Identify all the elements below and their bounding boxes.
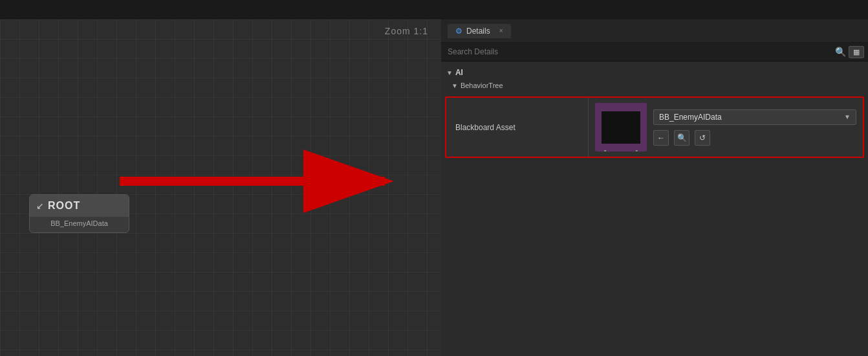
bb-thumbnail-screen	[602, 111, 640, 144]
blackboard-asset-row: Blackboard Asset	[445, 96, 864, 158]
asset-back-button[interactable]: ←	[653, 130, 669, 146]
section-label-ai: AI	[455, 68, 463, 77]
canvas-area[interactable]: Zoom 1:1 ↙ ROOT BB_EnemyAIData	[0, 19, 441, 356]
search-icon[interactable]: 🔍	[835, 47, 846, 57]
blackboard-asset-label-col: Blackboard Asset	[446, 98, 589, 157]
asset-dropdown-value: BB_EnemyAIData	[659, 113, 722, 122]
root-node[interactable]: ↙ ROOT BB_EnemyAIData	[29, 194, 129, 233]
root-node-subtitle: BB_EnemyAIData	[30, 217, 129, 232]
details-panel: ⚙ Details × 🔍 ▦ ▼ AI ▼ BehaviorTree	[441, 19, 868, 356]
root-node-title: ROOT	[48, 200, 80, 212]
asset-refresh-button[interactable]: ↺	[695, 130, 710, 146]
search-bar: 🔍 ▦	[441, 43, 868, 61]
bb-stand-left	[604, 150, 607, 151]
asset-dropdown-row: BB_EnemyAIData ▼	[653, 109, 856, 125]
asset-controls: BB_EnemyAIData ▼ ← 🔍 ↺	[653, 109, 856, 146]
bb-stand-right	[635, 150, 638, 151]
blackboard-asset-value-col: BB_EnemyAIData ▼ ← 🔍 ↺	[589, 98, 863, 157]
pointing-arrow	[113, 149, 411, 214]
details-tab-label: Details	[466, 27, 490, 36]
blackboard-asset-label: Blackboard Asset	[455, 123, 515, 132]
grid-view-button[interactable]: ▦	[849, 46, 864, 58]
zoom-label: Zoom 1:1	[385, 26, 428, 36]
details-tab-icon: ⚙	[455, 27, 462, 36]
main-area: Zoom 1:1 ↙ ROOT BB_EnemyAIData ⚙ Deta	[0, 19, 868, 356]
details-header: ⚙ Details ×	[441, 19, 868, 43]
blackboard-asset-thumbnail	[595, 103, 647, 151]
subsection-header-behaviortree[interactable]: ▼ BehaviorTree	[441, 80, 868, 91]
root-node-header: ↙ ROOT	[30, 195, 129, 217]
subsection-arrow-behaviortree: ▼	[451, 82, 458, 89]
details-content: ▼ AI ▼ BehaviorTree Blackboard Asset	[441, 61, 868, 356]
details-tab[interactable]: ⚙ Details ×	[448, 24, 511, 38]
section-header-ai[interactable]: ▼ AI	[441, 65, 868, 80]
root-node-icon: ↙	[36, 201, 44, 211]
dropdown-arrow-icon: ▼	[844, 113, 851, 120]
subsection-label-behaviortree: BehaviorTree	[461, 82, 503, 89]
search-input[interactable]	[445, 45, 832, 58]
asset-action-row: ← 🔍 ↺	[653, 130, 856, 146]
details-close-button[interactable]: ×	[499, 27, 503, 34]
asset-search-button[interactable]: 🔍	[674, 130, 689, 146]
asset-dropdown[interactable]: BB_EnemyAIData ▼	[653, 109, 856, 125]
top-bar	[0, 0, 868, 19]
section-arrow-ai: ▼	[446, 69, 453, 76]
